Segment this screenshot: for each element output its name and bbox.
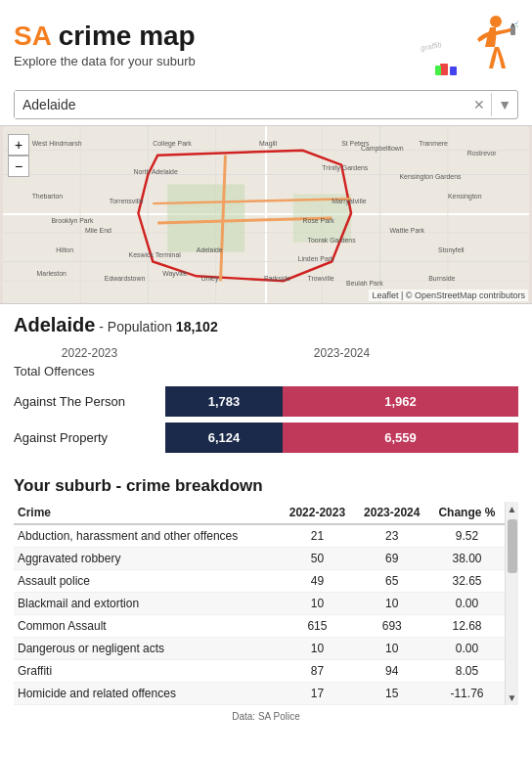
table-row: Assault police 49 65 32.65: [14, 570, 505, 593]
svg-text:Thebarton: Thebarton: [32, 193, 64, 200]
crime-y2: 23: [355, 524, 429, 548]
location-population: Adelaide - Population 18,102: [14, 314, 518, 336]
population-section: Adelaide - Population 18,102: [0, 304, 532, 342]
crime-name: Graffiti: [14, 660, 280, 683]
against-person-row: Against The Person 1,783 1,962: [14, 386, 518, 417]
year-left-header: 2022-2023: [14, 346, 165, 360]
against-property-label: Against Property: [14, 430, 165, 445]
svg-text:Tranmere: Tranmere: [419, 140, 448, 147]
crime-name: Common Assault: [14, 615, 280, 638]
table-row: Dangerous or negligent acts 10 10 0.00: [14, 638, 505, 660]
crime-bars-section: 2022-2023 2023-2024 Total Offences Again…: [0, 342, 532, 468]
crime-y2: 10: [355, 638, 429, 660]
population-label: - Population: [95, 319, 176, 334]
svg-text:Linden Park: Linden Park: [298, 255, 334, 262]
year-headers: 2022-2023 2023-2024: [14, 346, 518, 360]
against-person-bars: 1,783 1,962: [165, 386, 518, 417]
svg-text:West Hindmarsh: West Hindmarsh: [32, 140, 82, 147]
year-right-header: 2023-2024: [165, 346, 518, 360]
data-source: Data: SA Police: [0, 705, 532, 726]
crime-y1: 615: [280, 615, 354, 638]
svg-point-0: [490, 16, 502, 27]
svg-text:Campbelltown: Campbelltown: [361, 145, 404, 153]
total-offences-label: Total Offences: [14, 364, 95, 378]
svg-text:Trinity Gardens: Trinity Gardens: [322, 164, 368, 172]
crime-y1: 10: [280, 638, 354, 660]
svg-point-3: [515, 22, 517, 24]
svg-text:Marryatville: Marryatville: [332, 198, 366, 205]
svg-text:Wattle Park: Wattle Park: [390, 227, 425, 234]
crime-change: 0.00: [429, 593, 505, 615]
search-dropdown-button[interactable]: ▼: [491, 93, 517, 116]
scrollbar-thumb[interactable]: [508, 519, 517, 573]
crime-y1: 49: [280, 570, 354, 593]
crime-y2: 15: [355, 683, 429, 705]
map-container[interactable]: West Hindmarsh St Peters Tranmere Rostre…: [0, 125, 532, 304]
crime-name: Assault police: [14, 570, 280, 593]
title-crime: crime map: [51, 21, 196, 51]
against-person-bar-right: 1,962: [283, 386, 518, 417]
crime-change: -11.76: [429, 683, 505, 705]
crime-change: 38.00: [429, 548, 505, 570]
col-change: Change %: [429, 502, 505, 524]
app-title: SA crime map: [14, 21, 196, 52]
crime-y1: 21: [280, 524, 354, 548]
crime-y1: 87: [280, 660, 354, 683]
col-year2: 2023-2024: [355, 502, 429, 524]
against-property-bars: 6,124 6,559: [165, 423, 518, 453]
title-sa: SA: [14, 21, 51, 51]
svg-text:Keswick Terminal: Keswick Terminal: [129, 251, 182, 258]
svg-rect-25: [167, 184, 244, 251]
svg-text:Hilton: Hilton: [56, 246, 73, 253]
crime-y1: 17: [280, 683, 354, 705]
svg-rect-9: [435, 66, 441, 75]
svg-text:Burnside: Burnside: [428, 275, 455, 282]
against-property-bar-left: 6,124: [165, 423, 283, 453]
svg-text:Mile End: Mile End: [85, 227, 111, 234]
svg-point-4: [517, 21, 518, 22]
svg-text:Wayville: Wayville: [162, 270, 188, 278]
table-row: Common Assault 615 693 12.68: [14, 615, 505, 638]
search-clear-button[interactable]: ✕: [467, 93, 491, 116]
svg-text:Beulah Park: Beulah Park: [346, 280, 383, 287]
crime-y2: 69: [355, 548, 429, 570]
zoom-out-button[interactable]: −: [8, 156, 29, 177]
map-svg: West Hindmarsh St Peters Tranmere Rostre…: [0, 126, 532, 303]
crime-change: 0.00: [429, 638, 505, 660]
scrollbar-up-arrow[interactable]: ▲: [506, 502, 519, 516]
svg-text:North Adelaide: North Adelaide: [133, 168, 177, 175]
svg-text:Kensington: Kensington: [448, 193, 482, 200]
svg-text:Rostrevor: Rostrevor: [467, 150, 498, 156]
total-offences-row: Total Offences: [14, 364, 518, 378]
scrollbar[interactable]: ▲ ▼: [505, 502, 518, 705]
app-subtitle: Explore the data for your suburb: [14, 54, 196, 68]
location-name: Adelaide: [14, 314, 95, 335]
crime-name: Homicide and related offences: [14, 683, 280, 705]
table-row: Blackmail and extortion 10 10 0.00: [14, 593, 505, 615]
scrollbar-down-arrow[interactable]: ▼: [506, 690, 519, 705]
crime-name: Aggravated robbery: [14, 548, 280, 570]
crime-y2: 65: [355, 570, 429, 593]
table-header-row: Crime 2022-2023 2023-2024 Change %: [14, 502, 505, 524]
search-input[interactable]: [15, 91, 467, 118]
svg-text:Parkside: Parkside: [264, 275, 290, 282]
svg-text:Kensington Gardens: Kensington Gardens: [399, 173, 462, 181]
zoom-in-button[interactable]: +: [8, 134, 29, 156]
against-property-bar-right: 6,559: [283, 423, 518, 453]
table-row: Abduction, harassment and other offences…: [14, 524, 505, 548]
table-row: Homicide and related offences 17 15 -11.…: [14, 683, 505, 705]
breakdown-section: Your suburb - crime breakdown Crime 2022…: [0, 468, 532, 705]
crime-name: Blackmail and extortion: [14, 593, 280, 615]
crime-y2: 693: [355, 615, 429, 638]
svg-rect-1: [510, 25, 515, 35]
crime-change: 32.65: [429, 570, 505, 593]
svg-text:graffiti: graffiti: [420, 40, 442, 53]
svg-text:Adelaide: Adelaide: [197, 246, 223, 253]
crime-table-wrapper: Crime 2022-2023 2023-2024 Change % Abduc…: [14, 502, 518, 705]
svg-rect-7: [440, 64, 448, 75]
col-year1: 2022-2023: [280, 502, 354, 524]
svg-text:Brooklyn Park: Brooklyn Park: [51, 217, 94, 225]
svg-point-5: [516, 25, 518, 27]
svg-text:Toorak Gardens: Toorak Gardens: [308, 237, 357, 244]
header: SA crime map Explore the data for your s…: [0, 0, 532, 84]
